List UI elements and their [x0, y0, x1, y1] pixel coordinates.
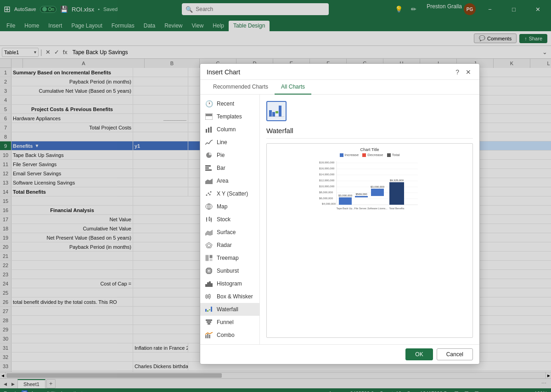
column-icon — [205, 125, 213, 134]
svg-rect-49 — [207, 334, 208, 338]
chart-title-text: Chart Title — [270, 147, 469, 152]
dialog-overlay: Insert Chart ? ✕ Recommended Charts All … — [0, 0, 551, 392]
svg-rect-28 — [209, 259, 213, 261]
chart-type-recent[interactable]: 🕐 Recent — [200, 97, 259, 110]
chart-type-stock[interactable]: Stock — [200, 213, 259, 226]
chart-type-xy[interactable]: X Y (Scatter) — [200, 187, 259, 200]
svg-text:$569,000: $569,000 — [355, 193, 367, 196]
svg-rect-4 — [210, 127, 212, 133]
chart-type-area[interactable]: Area — [200, 174, 259, 187]
svg-rect-74 — [355, 196, 368, 197]
svg-rect-31 — [205, 284, 207, 287]
svg-rect-1 — [206, 114, 212, 116]
svg-rect-76 — [389, 182, 404, 205]
svg-rect-48 — [205, 335, 207, 338]
chart-type-map[interactable]: Map — [200, 200, 259, 213]
chart-type-list: 🕐 Recent Templates Column — [200, 95, 260, 344]
legend-increase-dot — [340, 153, 343, 157]
svg-text:Tape Back Up...: Tape Back Up... — [337, 207, 354, 210]
svg-rect-54 — [279, 106, 281, 117]
svg-rect-32 — [207, 282, 209, 287]
chart-type-column[interactable]: Column — [200, 123, 259, 136]
ok-button[interactable]: OK — [405, 348, 433, 360]
svg-marker-25 — [207, 244, 211, 247]
dialog-tab-recommended[interactable]: Recommended Charts — [207, 80, 275, 95]
svg-text:$6,000,000: $6,000,000 — [319, 197, 333, 200]
map-icon — [205, 202, 213, 211]
legend-increase: Increase — [340, 153, 359, 157]
svg-point-30 — [208, 269, 210, 272]
chart-subtype-waterfall[interactable] — [266, 101, 287, 121]
cancel-button[interactable]: Cancel — [437, 348, 473, 360]
legend-total-dot — [387, 153, 391, 157]
surface-icon — [205, 228, 213, 236]
svg-rect-46 — [207, 321, 211, 323]
radar-icon — [205, 241, 213, 249]
svg-marker-23 — [205, 230, 213, 235]
legend-decrease-dot — [362, 153, 366, 157]
chart-type-sunburst[interactable]: Sunburst — [200, 264, 259, 277]
dialog-tab-all[interactable]: All Charts — [275, 80, 311, 95]
chart-type-waterfall[interactable]: Waterfall — [200, 303, 259, 316]
dialog-title: Insert Chart — [207, 68, 240, 76]
chart-type-histogram[interactable]: Histogram — [200, 277, 259, 290]
chart-legend: Increase Decrease Total — [270, 153, 469, 157]
svg-rect-2 — [206, 129, 207, 133]
sunburst-icon — [205, 267, 213, 275]
svg-rect-53 — [276, 111, 278, 113]
svg-rect-20 — [209, 218, 210, 220]
svg-text:$18,000,000: $18,000,000 — [319, 161, 335, 164]
chart-subtypes — [266, 101, 473, 121]
pie-icon — [205, 151, 213, 159]
dialog-body: 🕐 Recent Templates Column — [200, 95, 479, 344]
chart-type-templates[interactable]: Templates — [200, 110, 259, 123]
svg-rect-42 — [207, 310, 208, 312]
dialog-footer: OK Cancel — [200, 344, 479, 364]
svg-rect-8 — [205, 169, 212, 171]
svg-rect-7 — [205, 168, 209, 169]
svg-rect-34 — [211, 283, 213, 287]
chart-type-combo[interactable]: Combo — [200, 329, 259, 342]
svg-rect-3 — [208, 128, 209, 133]
svg-rect-22 — [211, 218, 212, 221]
chart-type-pie[interactable]: Pie — [200, 149, 259, 162]
stock-icon — [205, 215, 213, 224]
dialog-help-button[interactable]: ? — [455, 68, 459, 76]
svg-rect-47 — [208, 323, 210, 325]
svg-marker-9 — [205, 179, 213, 184]
chart-type-surface[interactable]: Surface — [200, 226, 259, 239]
svg-rect-75 — [371, 189, 384, 196]
chart-large-preview: Chart Title Increase Decrease — [266, 143, 473, 338]
svg-text:$8,000,000: $8,000,000 — [319, 191, 333, 194]
insert-chart-dialog: Insert Chart ? ✕ Recommended Charts All … — [200, 63, 480, 364]
dialog-close-button[interactable]: ✕ — [464, 68, 473, 76]
area-icon — [205, 177, 213, 185]
svg-rect-43 — [209, 309, 210, 310]
waterfall-chart-svg: $18,000,000 $16,000,000 $14,000,000 $12,… — [270, 159, 469, 213]
templates-icon — [205, 112, 213, 121]
svg-text:$10,000,000: $10,000,000 — [319, 185, 335, 188]
svg-point-11 — [208, 193, 209, 194]
xy-icon — [205, 190, 213, 198]
bar-icon — [205, 164, 213, 172]
chart-type-funnel[interactable]: Funnel — [200, 316, 259, 329]
svg-text:$3,000,000: $3,000,000 — [371, 185, 385, 188]
funnel-icon — [205, 318, 213, 326]
chart-divider — [266, 138, 473, 139]
svg-rect-45 — [206, 319, 212, 321]
line-icon — [205, 138, 213, 146]
svg-text:Total Benefits: Total Benefits — [389, 207, 404, 210]
svg-rect-18 — [206, 218, 207, 220]
svg-text:$12,000,000: $12,000,000 — [319, 179, 335, 182]
svg-rect-27 — [209, 255, 213, 258]
chart-type-treemap[interactable]: Treemap — [200, 252, 259, 264]
chart-preview-area: Waterfall Chart Title Increase Decrease — [260, 95, 479, 344]
chart-type-radar[interactable]: Radar — [200, 239, 259, 252]
dialog-titlebar: Insert Chart ? ✕ — [200, 64, 479, 80]
chart-type-bar[interactable]: Bar — [200, 162, 259, 174]
svg-rect-41 — [205, 309, 207, 312]
chart-type-line[interactable]: Line — [200, 136, 259, 149]
combo-icon — [205, 331, 213, 339]
chart-type-box[interactable]: Box & Whisker — [200, 290, 259, 303]
svg-text:$3,000,000: $3,000,000 — [338, 194, 353, 197]
